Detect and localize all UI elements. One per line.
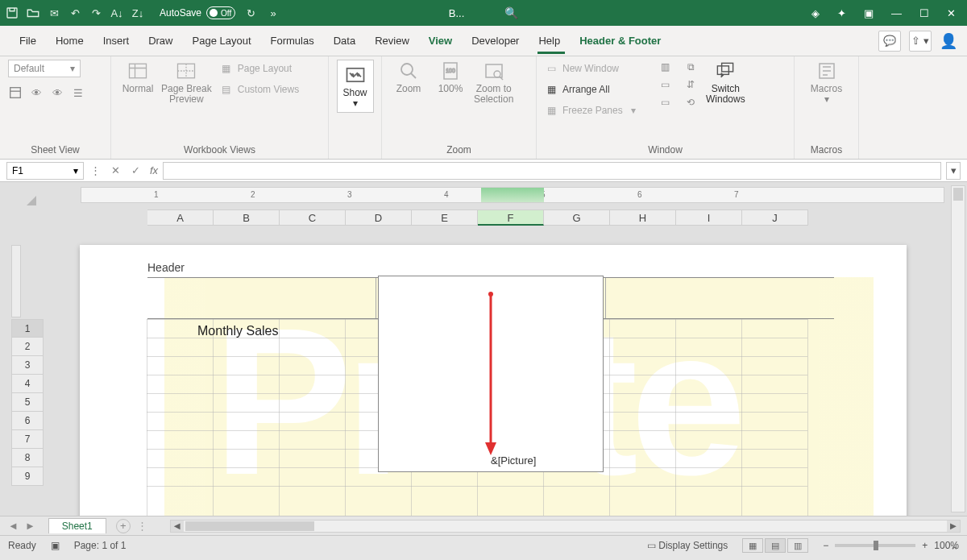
select-all-triangle[interactable] (0, 182, 39, 208)
zoom-in-button[interactable]: + (922, 540, 928, 551)
open-icon[interactable] (26, 6, 40, 20)
col-B[interactable]: B (214, 209, 280, 226)
row-4[interactable]: 4 (11, 375, 44, 393)
search-icon[interactable]: 🔍 (504, 6, 518, 19)
page-layout-button[interactable]: ▦Page Layout (220, 60, 299, 77)
vertical-scrollbar[interactable] (951, 185, 965, 512)
sheet-nav-prev-icon[interactable]: ◄ (8, 520, 19, 532)
col-A[interactable]: A (147, 209, 214, 226)
zoom-out-button[interactable]: − (823, 540, 828, 551)
formula-expand-icon[interactable]: ▾ (946, 162, 961, 180)
close-button[interactable]: ✕ (947, 7, 956, 19)
cell-a1-value[interactable]: Monthly Sales (197, 324, 279, 338)
col-F[interactable]: F (478, 209, 544, 226)
tab-file[interactable]: File (10, 26, 46, 56)
tab-formulas[interactable]: Formulas (261, 26, 324, 56)
sheet-tab-sheet1[interactable]: Sheet1 (48, 518, 106, 533)
display-settings-button[interactable]: ▭ Display Settings (647, 540, 728, 551)
save-icon[interactable] (5, 6, 19, 20)
name-box[interactable]: F1▾ (6, 162, 84, 180)
col-G[interactable]: G (544, 209, 610, 226)
wand-icon[interactable]: ✦ (837, 7, 846, 19)
custom-views-button[interactable]: ▤Custom Views (220, 81, 299, 98)
formula-input[interactable] (163, 162, 941, 180)
ribbon-display-icon[interactable]: ▣ (864, 7, 874, 19)
zoom-button[interactable]: Zoom (390, 60, 427, 94)
split-icon[interactable]: ▥ (658, 60, 672, 74)
header-right[interactable] (606, 278, 834, 318)
tab-developer[interactable]: Developer (462, 26, 529, 56)
tab-data[interactable]: Data (324, 26, 365, 56)
account-icon[interactable]: 👤 (940, 32, 957, 50)
tab-page-layout[interactable]: Page Layout (183, 26, 261, 56)
cancel-formula-icon[interactable]: ✕ (111, 164, 120, 176)
tab-draw[interactable]: Draw (139, 26, 182, 56)
page-layout-shortcut[interactable]: ▤ (765, 538, 786, 553)
keep-icon[interactable] (8, 85, 23, 100)
tab-split-grip[interactable]: ⋮ (131, 520, 154, 532)
unhide-icon[interactable]: ▭ (658, 95, 672, 110)
qat-more-icon[interactable]: » (266, 6, 280, 20)
sort-asc-icon[interactable]: A↓ (110, 6, 124, 20)
col-H[interactable]: H (610, 209, 676, 226)
sheet-view-selector[interactable]: Default▾ (8, 60, 81, 77)
new-icon[interactable]: 👁 (50, 85, 64, 100)
sort-desc-icon[interactable]: Z↓ (131, 6, 145, 20)
exit-icon[interactable]: 👁 (29, 85, 44, 100)
header-left[interactable] (147, 278, 376, 318)
macros-button[interactable]: Macros▾ (808, 60, 845, 105)
zoom-100-button[interactable]: 100 100% (432, 60, 469, 94)
col-C[interactable]: C (280, 209, 346, 226)
header-center-editor[interactable]: &[Picture] (378, 276, 604, 472)
col-E[interactable]: E (412, 209, 478, 226)
zoom-slider[interactable] (835, 544, 915, 547)
tab-insert[interactable]: Insert (93, 26, 139, 56)
undo-icon[interactable]: ↶ (68, 6, 82, 20)
sync-scroll-icon[interactable]: ⇵ (683, 77, 698, 92)
options-icon[interactable]: ☰ (71, 85, 85, 100)
diamond-icon[interactable]: ◈ (811, 7, 820, 19)
record-macro-icon[interactable]: ▣ (51, 540, 60, 551)
row-8[interactable]: 8 (11, 449, 44, 467)
col-D[interactable]: D (346, 209, 412, 226)
switch-windows-button[interactable]: Switch Windows (706, 60, 745, 105)
row-3[interactable]: 3 (11, 356, 44, 375)
freeze-panes-button[interactable]: ▦Freeze Panes▾ (545, 102, 650, 119)
arrange-all-button[interactable]: ▦Arrange All (545, 81, 650, 98)
new-window-button[interactable]: ▭New Window (545, 60, 650, 77)
scroll-left-icon[interactable]: ◄ (171, 521, 184, 532)
row-5[interactable]: 5 (11, 393, 44, 412)
col-I[interactable]: I (676, 209, 742, 226)
zoom-to-selection-button[interactable]: Zoom to Selection (474, 60, 513, 105)
collapse-ribbon-icon[interactable]: ⌃ (950, 545, 959, 557)
accept-formula-icon[interactable]: ✓ (131, 164, 140, 176)
tab-view[interactable]: View (419, 26, 462, 56)
reset-position-icon[interactable]: ⟲ (683, 95, 698, 110)
tab-header-footer[interactable]: Header & Footer (570, 26, 670, 56)
refresh-icon[interactable]: ↻ (243, 6, 258, 20)
autosave-toggle[interactable]: AutoSave Off (160, 6, 235, 19)
hide-icon[interactable]: ▭ (658, 77, 672, 92)
row-1[interactable]: 1 (11, 319, 44, 338)
scroll-right-icon[interactable]: ► (947, 521, 960, 532)
mail-icon[interactable]: ✉ (47, 6, 61, 20)
tab-home[interactable]: Home (46, 26, 93, 56)
row-9[interactable]: 9 (11, 467, 44, 486)
col-J[interactable]: J (742, 209, 808, 226)
share-button[interactable]: ⇧ ▾ (909, 31, 932, 52)
redo-icon[interactable]: ↷ (89, 6, 103, 20)
page-break-preview-button[interactable]: Page Break Preview (161, 60, 212, 105)
page-break-shortcut[interactable]: ▥ (787, 538, 808, 553)
maximize-button[interactable]: ☐ (919, 7, 929, 19)
row-2[interactable]: 2 (11, 338, 44, 356)
add-sheet-button[interactable]: + (116, 519, 131, 533)
minimize-button[interactable]: — (891, 7, 902, 19)
horizontal-scrollbar[interactable]: ◄ ► (170, 520, 961, 533)
view-side-icon[interactable]: ⧉ (683, 60, 698, 74)
show-dropdown[interactable]: Show▾ (337, 60, 374, 113)
row-6[interactable]: 6 (11, 412, 44, 430)
row-7[interactable]: 7 (11, 430, 44, 449)
sheet-nav-next-icon[interactable]: ► (25, 520, 35, 532)
fx-label[interactable]: fx (145, 164, 163, 176)
normal-view-button[interactable]: Normal (119, 60, 156, 94)
